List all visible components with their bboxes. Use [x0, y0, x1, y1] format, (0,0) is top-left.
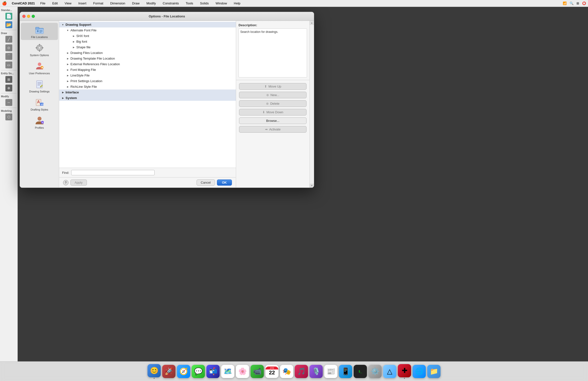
- tree-item-shape-file[interactable]: ▶ Shape file: [59, 44, 236, 50]
- tree-item-shx-font[interactable]: ▶ SHX font: [59, 33, 236, 39]
- tree-label-font-mapping: Font Mapping File: [70, 68, 96, 72]
- app-name[interactable]: CorelCAD 2021: [12, 1, 35, 5]
- find-input[interactable]: [71, 170, 155, 175]
- menu-format[interactable]: Format: [92, 1, 105, 6]
- close-button[interactable]: [22, 15, 25, 18]
- tree-item-external-refs[interactable]: ▶ External References Files Location: [59, 61, 236, 67]
- toolbar-circle[interactable]: ⊙: [0, 44, 18, 52]
- tree-item-drawing-template[interactable]: ▶ Drawing Template File Location: [59, 56, 236, 61]
- tree-item-interface[interactable]: ▶ Interface: [59, 90, 236, 95]
- dock-terminal[interactable]: $_: [354, 365, 367, 378]
- svg-rect-3: [37, 30, 39, 32]
- menu-dimension[interactable]: Dimension: [109, 1, 127, 6]
- sidebar-item-drafting-styles[interactable]: A ab Drafting Styles: [21, 95, 58, 113]
- toolbar-open[interactable]: 📂: [0, 20, 18, 29]
- scroll-track[interactable]: [310, 25, 314, 184]
- apply-button[interactable]: Apply: [70, 179, 87, 186]
- help-button[interactable]: ?: [63, 180, 68, 185]
- move-down-button[interactable]: ⬇ Move Down: [239, 109, 307, 115]
- menu-edit[interactable]: Edit: [51, 1, 59, 6]
- tree-item-print-settings[interactable]: ▶ Print Settings Location: [59, 78, 236, 84]
- menu-modify[interactable]: Modify: [145, 1, 157, 6]
- dock-photos[interactable]: 🌸: [236, 365, 249, 378]
- dock-music[interactable]: 🎵: [295, 365, 308, 378]
- maximize-button[interactable]: [32, 15, 35, 18]
- toolbar-move[interactable]: ↔: [0, 98, 18, 107]
- toggle-system[interactable]: ▶: [61, 96, 64, 100]
- toggle-drawing-template: ▶: [66, 57, 69, 60]
- snap-icon: ⊞: [5, 76, 12, 83]
- dock-finder[interactable]: 😊: [147, 364, 161, 379]
- sidebar-label-user-preferences: User Preferences: [29, 72, 50, 75]
- control-center-icon[interactable]: ⊞: [576, 1, 579, 5]
- minimize-button[interactable]: [27, 15, 30, 18]
- menu-window[interactable]: Window: [214, 1, 229, 6]
- sidebar-item-profiles[interactable]: ★★ Profiles: [21, 114, 58, 131]
- menu-insert[interactable]: Insert: [77, 1, 88, 6]
- dock-app1[interactable]: △: [383, 365, 396, 378]
- menu-file[interactable]: File: [39, 1, 47, 6]
- toggle-interface[interactable]: ▶: [61, 91, 64, 94]
- menu-help[interactable]: Help: [232, 1, 242, 6]
- toolbar-snap2[interactable]: ⊕: [0, 84, 18, 93]
- delete-button[interactable]: ⊗ Delete: [239, 100, 307, 107]
- siri-icon[interactable]: ⭕: [582, 1, 586, 5]
- dock-browser[interactable]: 🌐: [413, 365, 426, 378]
- dock-facetime[interactable]: 📹: [251, 365, 264, 378]
- tree-item-drawing-support[interactable]: ▼ Drawing Support: [59, 22, 236, 27]
- tree-item-font-mapping[interactable]: ▶ Font Mapping File: [59, 67, 236, 73]
- toolbar-line[interactable]: ╱: [0, 35, 18, 44]
- dialog-footer: ? Apply Cancel OK: [59, 177, 236, 188]
- toolbar-new[interactable]: 📄: [0, 12, 18, 20]
- traffic-lights: [22, 15, 35, 18]
- toolbar-rect[interactable]: ▭: [0, 61, 18, 69]
- description-section: Description: Search location for drawing…: [236, 21, 310, 80]
- toolbar-snap[interactable]: ⊞: [0, 75, 18, 84]
- toolbar-extrude[interactable]: ⬡: [0, 113, 18, 121]
- new-button[interactable]: ⊕ New...: [239, 92, 307, 98]
- sidebar-item-file-locations[interactable]: File Locations: [21, 23, 58, 40]
- toggle-drawing-files: ▶: [66, 51, 69, 55]
- dock-corelcad[interactable]: ✚: [398, 364, 411, 379]
- toolbar-arc[interactable]: ⌒: [0, 52, 18, 61]
- dock-calendar[interactable]: JAN 22: [265, 365, 278, 378]
- menu-draw[interactable]: Draw: [130, 1, 141, 6]
- browse-button[interactable]: Browse...: [239, 117, 307, 124]
- scroll-down-arrow[interactable]: ▼: [310, 184, 314, 188]
- dock-podcasts[interactable]: 🎙️: [310, 365, 323, 378]
- sidebar-item-system-options[interactable]: System Options: [21, 41, 58, 58]
- tree-item-system[interactable]: ▶ System: [59, 95, 236, 101]
- toggle-shape-file: ▶: [72, 46, 75, 49]
- tree-item-drawing-files[interactable]: ▶ Drawing Files Location: [59, 50, 236, 56]
- dock-maps[interactable]: 🗺️: [221, 365, 234, 378]
- cancel-button[interactable]: Cancel: [197, 179, 215, 186]
- dock-mail[interactable]: 📬: [206, 365, 220, 378]
- menu-view[interactable]: View: [63, 1, 73, 6]
- dock-messages[interactable]: 💬: [192, 365, 205, 378]
- scroll-up-arrow[interactable]: ▲: [310, 21, 314, 25]
- dock-appstore[interactable]: 📱: [339, 365, 352, 378]
- sidebar-item-user-preferences[interactable]: ★ User Preferences: [21, 59, 58, 76]
- dock-news[interactable]: 📰: [324, 365, 337, 378]
- sidebar-item-drawing-settings[interactable]: Drawing Settings: [21, 77, 58, 95]
- toggle-drawing-support[interactable]: ▼: [61, 23, 64, 26]
- move-up-button[interactable]: ⬆ Move Up: [239, 83, 307, 90]
- tree-item-linestyle[interactable]: ▶ LineStyle File: [59, 73, 236, 78]
- menu-solids[interactable]: Solids: [199, 1, 210, 6]
- tree-item-alternate-font[interactable]: ▼ Alternate Font File: [59, 27, 236, 33]
- menu-tools[interactable]: Tools: [184, 1, 195, 6]
- svg-text:★★: ★★: [42, 122, 44, 124]
- dock-sysprefs[interactable]: ⚙️: [368, 365, 382, 378]
- apple-menu[interactable]: 🍎: [2, 1, 7, 6]
- dock-contacts[interactable]: 🎭: [280, 365, 293, 378]
- dock-finder2[interactable]: 📁: [427, 365, 441, 378]
- dock-safari[interactable]: 🧭: [177, 365, 190, 378]
- ok-button[interactable]: OK: [217, 179, 232, 186]
- search-icon[interactable]: 🔍: [570, 1, 573, 5]
- toggle-alternate-font[interactable]: ▼: [66, 29, 69, 32]
- menu-constraints[interactable]: Constraints: [161, 1, 180, 6]
- activate-button[interactable]: ➡ Activate: [239, 126, 307, 133]
- dock-launchpad[interactable]: 🚀: [162, 365, 175, 378]
- tree-item-big-font[interactable]: ▶ Big font: [59, 39, 236, 44]
- tree-item-richline[interactable]: ▶ RichLine Style File: [59, 84, 236, 90]
